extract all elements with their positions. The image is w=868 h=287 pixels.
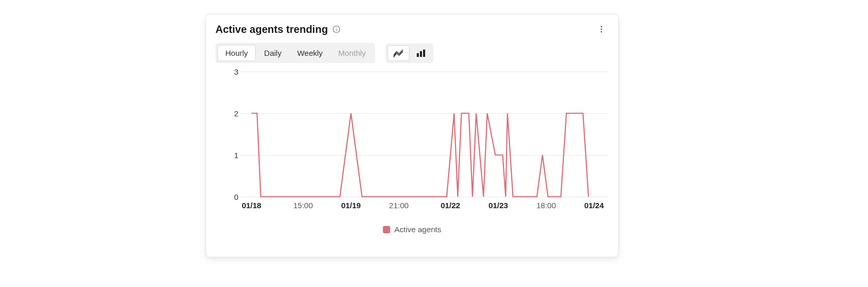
legend-swatch <box>383 226 390 233</box>
chart-type-bar-button[interactable] <box>411 46 431 61</box>
y-tick-label: 3 <box>227 67 238 76</box>
x-tick-label: 21:00 <box>389 201 409 210</box>
card-title: Active agents trending <box>215 23 328 35</box>
x-tick-label: 01/22 <box>441 201 461 210</box>
bar-chart-icon <box>416 49 426 57</box>
x-tick-label: 01/19 <box>341 201 361 210</box>
chart-line-svg <box>240 71 609 197</box>
time-granularity-segmented: Hourly Daily Weekly Monthly <box>215 43 375 63</box>
legend-label: Active agents <box>394 225 441 234</box>
y-tick-label: 2 <box>227 109 238 117</box>
tab-daily[interactable]: Daily <box>257 45 288 61</box>
chart-plot: 0123 <box>240 71 609 197</box>
x-tick-label: 18:00 <box>536 201 556 210</box>
tab-hourly[interactable]: Hourly <box>218 45 256 61</box>
y-tick-label: 0 <box>227 193 238 201</box>
chart-legend: Active agents <box>206 225 618 234</box>
info-icon[interactable] <box>332 25 341 33</box>
chart-area: 0123 01/1815:0001/1921:0001/2201/2318:00… <box>215 71 609 218</box>
x-tick-label: 15:00 <box>293 201 313 210</box>
tab-weekly[interactable]: Weekly <box>290 45 330 61</box>
chart-controls: Hourly Daily Weekly Monthly <box>206 37 618 63</box>
chart-type-line-button[interactable] <box>388 45 409 61</box>
svg-rect-6 <box>417 53 419 57</box>
x-tick-label: 01/18 <box>242 201 261 210</box>
card-header: Active agents trending <box>206 15 618 37</box>
svg-point-5 <box>601 31 602 33</box>
active-agents-card: Active agents trending Hourly Daily Week… <box>206 14 619 257</box>
svg-rect-7 <box>420 51 422 57</box>
svg-rect-8 <box>423 50 425 57</box>
tab-monthly: Monthly <box>331 45 373 61</box>
svg-point-2 <box>336 27 336 28</box>
more-options-button[interactable] <box>594 22 609 37</box>
svg-point-3 <box>601 26 602 28</box>
x-tick-label: 01/24 <box>584 201 604 210</box>
chart-type-segmented <box>385 43 433 63</box>
y-tick-label: 1 <box>227 150 238 159</box>
line-chart-icon <box>393 49 404 57</box>
x-tick-label: 01/23 <box>488 201 508 210</box>
svg-point-4 <box>601 29 602 30</box>
title-wrap: Active agents trending <box>215 23 341 35</box>
series-line <box>251 113 588 197</box>
x-axis-ticks: 01/1815:0001/1921:0001/2201/2318:0001/24 <box>240 197 609 218</box>
